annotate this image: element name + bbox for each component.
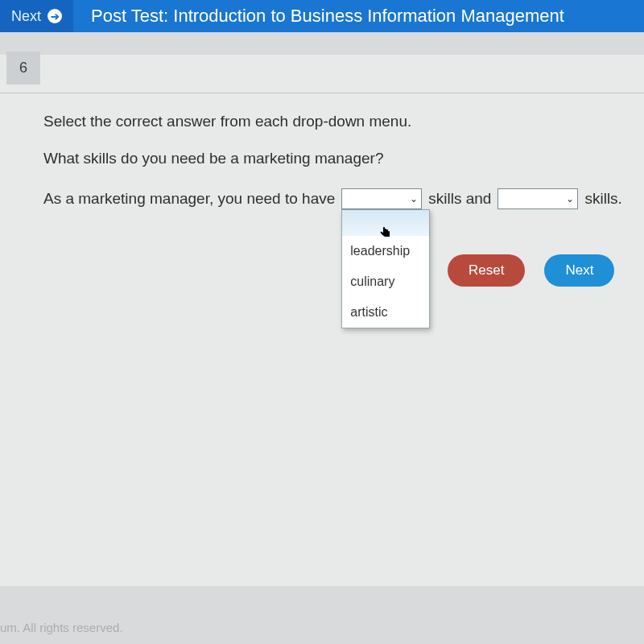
sentence-part-3: skills.: [584, 190, 621, 208]
header-bar: Next ➔ Post Test: Introduction to Busine…: [0, 0, 644, 32]
prompt-text: What skills do you need be a marketing m…: [43, 150, 644, 167]
chevron-down-icon: ⌄: [566, 193, 574, 204]
dropdown-1-list: leadership culinary artistic: [341, 209, 430, 328]
chevron-down-icon: ⌄: [410, 193, 418, 204]
dropdown-1-wrap: ⌄ leadership culinary artistic: [341, 188, 422, 209]
instruction-text: Select the correct answer from each drop…: [43, 113, 644, 130]
reset-button[interactable]: Reset: [448, 254, 525, 287]
next-button[interactable]: Next: [544, 254, 614, 287]
dropdown-1-option-culinary[interactable]: culinary: [342, 266, 429, 297]
dropdown-1-option-artistic[interactable]: artistic: [342, 297, 429, 328]
cursor-hand-icon: [379, 226, 392, 244]
header-next-label: Next: [11, 8, 41, 25]
sentence-part-1: As a marketing manager, you need to have: [43, 190, 335, 208]
button-row: Reset Next: [448, 254, 614, 287]
content-area: 6 Select the correct answer from each dr…: [0, 55, 644, 586]
question-number: 6: [6, 52, 40, 85]
footer-text: um. All rights reserved.: [0, 621, 123, 634]
dropdown-1-option-blank[interactable]: [342, 210, 429, 236]
dropdown-2[interactable]: ⌄: [497, 188, 578, 209]
sentence-part-2: skills and: [428, 190, 491, 208]
answer-sentence: As a marketing manager, you need to have…: [43, 188, 644, 209]
question-block: Select the correct answer from each drop…: [0, 93, 644, 209]
arrow-right-icon: ➔: [47, 9, 62, 23]
header-next-button[interactable]: Next ➔: [0, 0, 73, 32]
page-title: Post Test: Introduction to Business Info…: [91, 6, 564, 27]
dropdown-1[interactable]: ⌄: [341, 188, 422, 209]
